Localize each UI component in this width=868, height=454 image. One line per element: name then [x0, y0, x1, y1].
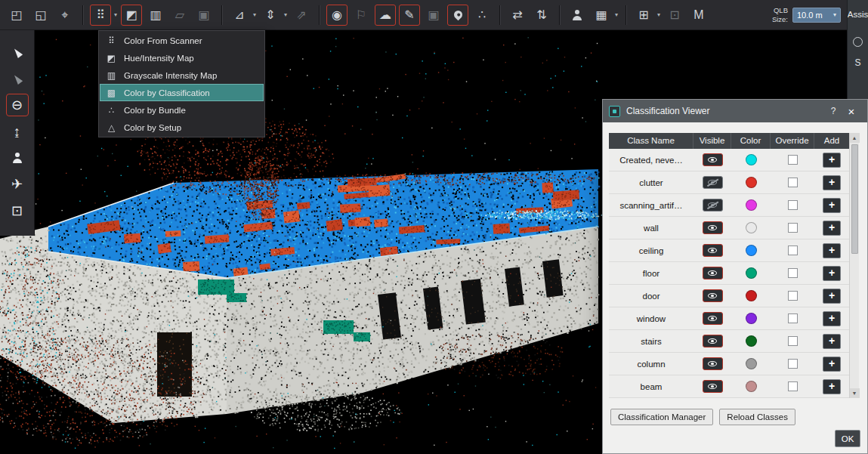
color-swatch[interactable] [746, 358, 757, 369]
measure-vertical-dropdown-icon[interactable]: ▾ [284, 11, 287, 18]
override-checkbox[interactable] [788, 291, 798, 301]
visibility-toggle[interactable] [703, 380, 723, 393]
selection-grid-dropdown-icon[interactable]: ▾ [615, 11, 618, 18]
assistant-icon[interactable] [853, 37, 863, 47]
model-box-button[interactable]: M [688, 5, 709, 26]
image-view-button[interactable]: ▣ [193, 5, 215, 26]
add-class-button[interactable]: + [823, 289, 841, 304]
visibility-toggle[interactable] [703, 335, 723, 347]
add-class-button[interactable]: + [823, 153, 841, 168]
color-swatch[interactable] [746, 154, 757, 165]
hue-intensity-map-button[interactable]: ◩ [121, 5, 142, 26]
add-class-button[interactable]: + [823, 243, 841, 258]
markup-pen-button[interactable]: ✎ [399, 5, 420, 26]
visibility-toggle[interactable] [703, 153, 723, 166]
scrollbar-thumb[interactable] [851, 144, 858, 254]
menu-item-color-by-classification[interactable]: ▩Color by Classification [100, 84, 264, 101]
visibility-toggle[interactable] [703, 176, 723, 189]
scroll-up-button[interactable]: ▲ [850, 133, 860, 143]
dialog-titlebar[interactable]: Classification Viewer ? × [603, 100, 867, 122]
visibility-toggle[interactable] [703, 289, 723, 302]
panorama-view-button[interactable]: ▱ [169, 5, 190, 26]
color-swatch[interactable] [746, 177, 757, 188]
visibility-toggle[interactable] [703, 357, 723, 370]
walkthrough-user-button[interactable] [567, 5, 588, 26]
color-from-scanner-button[interactable]: ⠿▾ [90, 5, 111, 26]
override-checkbox[interactable] [788, 178, 798, 187]
screenshot-camera-button[interactable]: ▣ [423, 5, 444, 26]
classification-manager-button[interactable]: Classification Manager [610, 409, 713, 425]
reload-classes-button[interactable]: Reload Classes [719, 409, 795, 425]
measure-button[interactable]: ⊿▾ [229, 5, 250, 26]
scan-bundle-button[interactable]: ∴ [471, 5, 493, 26]
volume-box-button[interactable]: ⊡ [664, 5, 685, 26]
visibility-toggle[interactable] [703, 199, 723, 212]
add-class-button[interactable]: + [823, 357, 841, 372]
color-swatch[interactable] [746, 199, 757, 211]
color-swatch[interactable] [746, 267, 757, 279]
ok-button[interactable]: OK [835, 430, 860, 447]
clip-box-button[interactable]: ⊞▾ [633, 5, 654, 26]
help-button[interactable]: ? [825, 106, 842, 116]
annotation-tag-button[interactable]: ⚐ [351, 5, 372, 26]
transform-points-button[interactable]: ⇄ [507, 5, 528, 26]
override-checkbox[interactable] [788, 359, 798, 369]
visibility-toggle[interactable] [703, 244, 723, 257]
location-pin-button[interactable] [447, 5, 468, 26]
add-class-button[interactable]: + [823, 311, 841, 326]
zoom-region-button[interactable]: ⌖ [54, 5, 76, 26]
add-class-button[interactable]: + [823, 221, 841, 236]
walk-mode-button[interactable] [6, 147, 29, 169]
override-checkbox[interactable] [788, 246, 798, 255]
table-scrollbar[interactable]: ▲ ▼ [849, 133, 859, 398]
clip-box-dropdown-icon[interactable]: ▾ [657, 11, 660, 18]
override-checkbox[interactable] [788, 268, 798, 278]
color-from-scanner-dropdown-icon[interactable]: ▾ [114, 11, 117, 18]
measure-vertical-button[interactable]: ⇕▾ [260, 5, 281, 26]
visibility-toggle[interactable] [703, 312, 723, 325]
distribute-level-button[interactable]: ⇅ [531, 5, 552, 26]
menu-item-color-by-setup[interactable]: △Color by Setup [100, 119, 264, 136]
color-swatch[interactable] [746, 290, 757, 301]
export-view-button[interactable]: ◰ [6, 5, 27, 26]
override-checkbox[interactable] [788, 381, 798, 391]
visibility-toggle[interactable] [703, 267, 723, 280]
registration-target-button[interactable]: ◉ [326, 5, 348, 26]
select-button[interactable] [6, 41, 29, 63]
select-special-button[interactable] [6, 67, 29, 90]
qlb-size-select[interactable]: 10.0 m ▾ [792, 8, 841, 23]
override-checkbox[interactable] [788, 313, 798, 323]
add-class-button[interactable]: + [823, 334, 841, 349]
menu-item-grayscale-intensity-map[interactable]: ▥Grayscale Intensity Map [100, 66, 264, 84]
clipping-box-button[interactable]: ⊡ [6, 199, 29, 222]
point-cloud-button[interactable]: ☁ [375, 5, 396, 26]
measure-pick-button[interactable]: ⇗ [291, 5, 312, 26]
override-checkbox[interactable] [788, 155, 798, 165]
duplicate-view-button[interactable]: ◱ [30, 5, 51, 26]
grayscale-intensity-map-button[interactable]: ▥ [145, 5, 166, 26]
color-swatch[interactable] [746, 313, 757, 324]
color-swatch[interactable] [746, 245, 757, 256]
menu-item-color-by-bundle[interactable]: ∴Color by Bundle [100, 101, 264, 119]
close-button[interactable]: × [842, 105, 861, 118]
orbit-button[interactable]: ⊖ [6, 94, 29, 116]
pan-elevation-button[interactable]: ↨ [6, 120, 29, 143]
scroll-down-button[interactable]: ▼ [850, 388, 860, 398]
add-class-button[interactable]: + [823, 198, 841, 213]
add-class-button[interactable]: + [823, 175, 841, 190]
measure-dropdown-icon[interactable]: ▾ [253, 11, 256, 18]
add-class-button[interactable]: + [823, 266, 841, 281]
menu-item-color-from-scanner[interactable]: ⠿Color From Scanner [100, 32, 264, 49]
fly-mode-button[interactable]: ✈ [6, 173, 29, 196]
color-swatch[interactable] [746, 381, 757, 392]
color-swatch[interactable] [746, 335, 757, 347]
override-checkbox[interactable] [788, 200, 798, 210]
menu-item-hue-intensity-map[interactable]: ◩Hue/Intensity Map [100, 49, 264, 66]
assistant-panel-title[interactable]: Assis [848, 10, 868, 19]
visibility-toggle[interactable] [703, 221, 723, 234]
color-swatch[interactable] [746, 222, 757, 233]
override-checkbox[interactable] [788, 336, 798, 346]
override-checkbox[interactable] [788, 223, 798, 233]
add-class-button[interactable]: + [823, 379, 841, 394]
selection-grid-button[interactable]: ▦▾ [591, 5, 612, 26]
